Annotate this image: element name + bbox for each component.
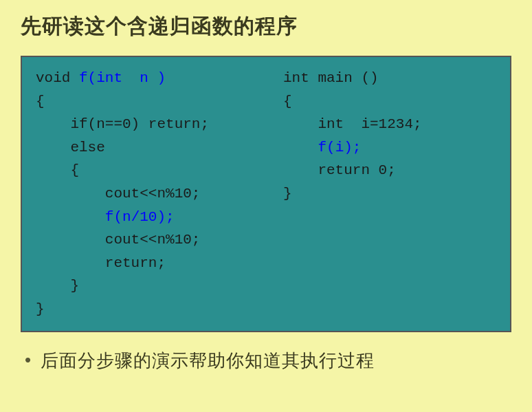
code-line-call: f(n/10); (105, 209, 175, 225)
code-line-fn: f(int n ) (79, 70, 166, 86)
code-line: } (283, 186, 292, 202)
code-line: } (36, 278, 79, 294)
code-line: return; (36, 255, 166, 271)
page-title: 先研读这个含递归函数的程序 (21, 12, 511, 41)
code-line-call: f(i); (318, 140, 361, 155)
code-line (283, 140, 318, 155)
code-line (36, 209, 105, 225)
bullet-dot-icon: • (25, 349, 31, 372)
code-line: int i=1234; (283, 116, 422, 132)
code-line: { (36, 162, 79, 178)
code-line: } (36, 301, 45, 317)
code-line: { (36, 94, 45, 109)
code-line: else (36, 140, 105, 155)
bullet-item: • 后面分步骤的演示帮助你知道其执行过程 (21, 349, 511, 373)
code-left-column: void f(int n ) { if(n==0) return; else {… (36, 67, 263, 321)
code-line: if(n==0) return; (36, 116, 209, 132)
code-line: return 0; (283, 162, 396, 178)
code-line: cout<<n%10; (36, 232, 200, 248)
code-line: int main () (283, 70, 379, 86)
code-right-column: int main () { int i=1234; f(i); return 0… (283, 67, 422, 321)
code-line: cout<<n%10; (36, 186, 200, 202)
code-line: { (283, 94, 292, 109)
code-block: void f(int n ) { if(n==0) return; else {… (21, 56, 511, 332)
code-line: void (36, 70, 79, 86)
bullet-text: 后面分步骤的演示帮助你知道其执行过程 (41, 349, 375, 373)
